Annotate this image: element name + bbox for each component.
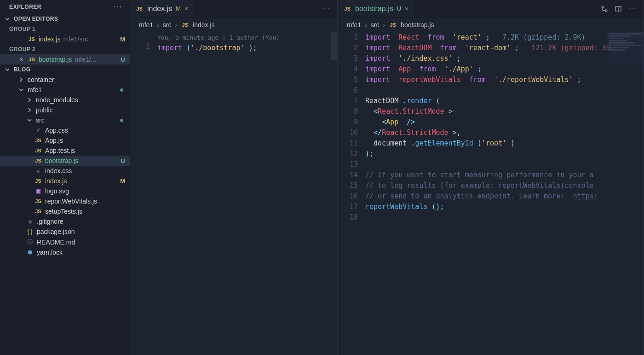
breadcrumb-segment[interactable]: JSindex.js [181,21,214,29]
code-area-right[interactable]: 123456789101112131415161718 import React… [338,32,644,355]
compare-icon[interactable] [601,5,608,12]
editor-menu-icon[interactable]: ··· [628,5,637,13]
line-number[interactable]: 16 [338,191,358,202]
workspace-header[interactable]: BLOG [0,64,130,75]
line-number[interactable]: 9 [338,117,358,128]
tab-label: bootstrap.js [355,5,393,13]
editor-menu-icon[interactable]: ··· [322,5,331,13]
line-number[interactable]: 4 [338,64,358,75]
code-line[interactable]: ); [365,149,644,159]
code-line[interactable]: </React.StrictMode >, [365,128,644,138]
folder-item[interactable]: mfe1 [0,85,130,95]
code-line[interactable] [365,212,644,223]
file-item[interactable]: JSbootstrap.jsU [0,156,130,166]
close-icon[interactable]: × [184,5,188,12]
editor-pane-left: JS index.js M × ··· mfe1›src›JSindex.js … [130,0,338,355]
file-item[interactable]: JSindex.jsM [0,176,130,186]
css-file-icon: # [34,168,42,174]
file-item[interactable]: JSreportWebVitals.js [0,196,130,206]
code-content[interactable]: import React from 'react' ; 7.2K (gzippe… [365,32,644,355]
open-editors-header[interactable]: OPEN EDITORS [0,14,130,24]
json-file-icon: { } [26,228,34,235]
code-line[interactable] [365,159,644,170]
close-icon[interactable]: × [17,56,25,63]
filename: node_modules [36,96,78,104]
code-line[interactable]: import React from 'react' ; 7.2K (gzippe… [365,32,644,43]
line-number[interactable]: 17 [338,202,358,212]
breadcrumb-segment[interactable]: mfe1 [347,21,361,29]
code-line[interactable]: ReactDOM .render ( [365,96,644,106]
close-icon[interactable]: × [405,5,408,12]
open-editor-item[interactable]: ×JSbootstrap.js mfe1/...U [0,54,130,64]
tabs-left: JS index.js M × ··· [130,0,337,17]
tab-index-js[interactable]: JS index.js M × [130,0,194,17]
code-line[interactable]: <React.StrictMode > [365,106,644,117]
folder-item[interactable]: node_modules [0,95,130,105]
folder-item[interactable]: container [0,75,130,85]
scroll-indicator[interactable] [331,32,337,60]
tabs-right: JS bootstrap.js U × ··· [338,0,644,17]
line-number[interactable]: 11 [338,138,358,149]
code-line[interactable] [365,85,644,96]
line-number[interactable]: 8 [338,106,358,117]
code-content[interactable]: You, a minute ago | 1 author (You)import… [157,32,337,355]
code-line[interactable]: reportWebVitals (); [365,202,644,212]
file-item[interactable]: #App.css [0,125,130,135]
filename: README.md [37,239,75,246]
chevron-right-icon: › [175,21,177,29]
breadcrumb-segment[interactable]: src [371,21,380,29]
line-number[interactable]: 10 [338,128,358,138]
code-line[interactable]: import reportWebVitals from './reportWeb… [365,75,644,85]
filename: mfe1 [28,86,42,93]
line-number[interactable]: 15 [338,180,358,191]
chevron-right-icon [17,77,25,82]
line-number[interactable]: 1 [130,41,150,52]
folder-item[interactable]: src [0,115,130,125]
code-line[interactable]: <App /> [365,117,644,128]
code-line[interactable]: import ('./bootstrap' ); [157,43,337,53]
split-editor-icon[interactable] [615,5,622,12]
code-line[interactable]: // If you want to start measuring perfor… [365,170,644,180]
code-line[interactable]: // to log results (for example: reportWe… [365,180,644,191]
line-number[interactable]: 13 [338,159,358,170]
js-file-icon: JS [343,6,351,12]
file-item[interactable]: ⬢yarn.lock [0,247,130,257]
line-number[interactable]: 18 [338,212,358,223]
filename: container [28,76,54,83]
code-line[interactable]: document .getElementById ('root' ) [365,138,644,149]
file-item[interactable]: #index.css [0,166,130,176]
file-item[interactable]: JSsetupTests.js [0,206,130,216]
breadcrumb-segment[interactable]: mfe1 [139,21,153,29]
code-line[interactable]: import ReactDOM from 'react-dom' ; 121.2… [365,43,644,53]
line-number[interactable]: 1 [338,32,358,43]
file-item[interactable]: ⓘREADME.md [0,237,130,247]
code-line[interactable]: import App from './App' ; [365,64,644,75]
line-number[interactable]: 7 [338,96,358,106]
file-item[interactable]: { }package.json [0,227,130,237]
explorer-menu-icon[interactable]: ··· [114,3,122,11]
filename: index.js [45,177,67,185]
code-area-left[interactable]: 1 You, a minute ago | 1 author (You)impo… [130,32,337,355]
line-number[interactable]: 14 [338,170,358,180]
file-item[interactable]: ▣logo.svg [0,186,130,196]
line-gutter: 123456789101112131415161718 [338,32,365,355]
line-number[interactable]: 3 [338,53,358,64]
line-number[interactable]: 2 [338,43,358,53]
breadcrumb-segment[interactable]: src [163,21,172,29]
tab-bootstrap-js[interactable]: JS bootstrap.js U × [338,0,414,17]
breadcrumb-left[interactable]: mfe1›src›JSindex.js [130,17,337,32]
code-line[interactable]: // or send to an analytics endpoint. Lea… [365,191,644,202]
breadcrumb-right[interactable]: mfe1›src›JSbootstrap.js [338,17,644,32]
line-number[interactable]: 12 [338,149,358,159]
line-number[interactable]: 6 [338,85,358,96]
folder-item[interactable]: public [0,105,130,115]
file-item[interactable]: JSApp.js [0,135,130,145]
file-item[interactable]: ◆.gitignore [0,216,130,227]
line-number[interactable]: 5 [338,75,358,85]
code-line[interactable]: import './index.css' ; [365,53,644,64]
minimap[interactable] [607,32,644,78]
breadcrumb-segment[interactable]: JSbootstrap.js [389,21,434,29]
open-editor-item[interactable]: JSindex.js mfe1/srcM [0,34,130,44]
chevron-right-icon [26,107,33,113]
file-item[interactable]: JSApp.test.js [0,145,130,156]
